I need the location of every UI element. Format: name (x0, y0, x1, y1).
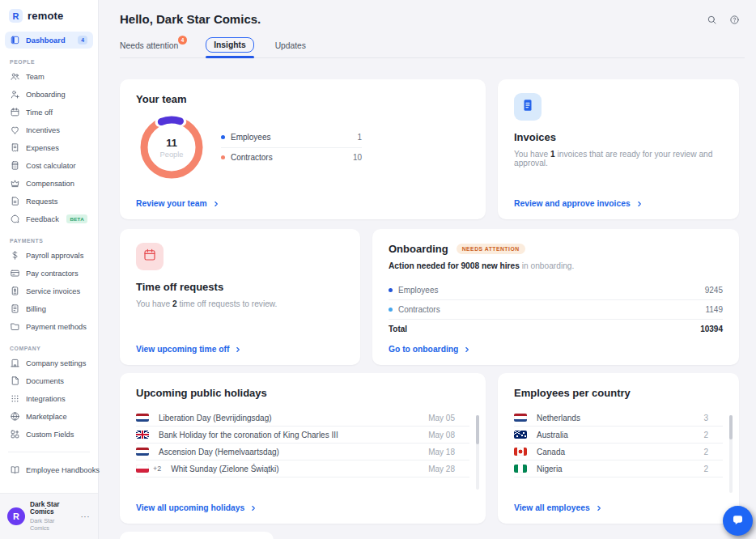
country-row: Nigeria2 (514, 460, 723, 477)
sidebar-item-compensation[interactable]: Compensation (5, 175, 93, 192)
chevron-right-icon (596, 505, 602, 511)
dashboard-count-badge: 4 (78, 36, 87, 45)
sidebar-item-payment-methods[interactable]: Payment methods (5, 318, 93, 335)
sidebar-item-incentives[interactable]: Incentives (5, 121, 93, 138)
team-legend: Employees1Contractors10 (221, 128, 362, 168)
tab-insights[interactable]: Insights (206, 37, 253, 57)
sidebar-item-requests[interactable]: Requests (5, 193, 93, 210)
pl-flag-icon (136, 465, 149, 473)
search-icon[interactable] (707, 14, 717, 24)
row-value: 1149 (705, 305, 723, 314)
view-holidays-link[interactable]: View all upcoming holidays (136, 503, 257, 512)
invoices-card: Invoices You have 1 invoices that are re… (498, 79, 739, 219)
sidebar-item-label: Pay contractors (26, 270, 79, 278)
remote-logo-icon: R (9, 9, 23, 23)
tab-label: Needs attention (120, 41, 178, 50)
legend-value: 10 (353, 153, 362, 162)
sidebar-item-label: Requests (26, 197, 57, 206)
sidebar-item-marketplace[interactable]: Marketplace (5, 408, 93, 425)
documents-icon (10, 376, 20, 386)
sidebar-item-documents[interactable]: Documents (5, 372, 93, 389)
sidebar-section-label: PEOPLE (10, 59, 98, 65)
sidebar-section-label: PAYMENTS (10, 238, 98, 244)
country-count: 2 (703, 465, 723, 473)
onboarding-total-row: Total10394 (389, 320, 723, 338)
holiday-date: May 28 (428, 465, 469, 473)
next-card-peek (120, 532, 274, 539)
sidebar-item-expenses[interactable]: Expenses (5, 139, 93, 156)
invoice-document-icon (514, 93, 542, 121)
sidebar-item-payroll-approvals[interactable]: Payroll approvals (5, 247, 93, 264)
sidebar: R remote Dashboard 4 PEOPLETeamOnboardin… (0, 0, 99, 539)
integrations-icon (10, 393, 20, 404)
payment-methods-icon (10, 321, 20, 332)
holiday-row: +2Whit Sunday (Zielone Świątki)May 28 (136, 460, 469, 477)
feedback-icon (10, 214, 20, 224)
sidebar-item-team[interactable]: Team (5, 68, 93, 85)
contractors-dot (389, 308, 393, 312)
holiday-scrollbar[interactable] (476, 415, 479, 490)
sidebar-item-onboarding[interactable]: Onboarding (5, 86, 93, 103)
holiday-row: Liberation Day (Bevrijdingsdag)May 05 (136, 410, 469, 427)
remote-logo[interactable]: R remote (0, 0, 98, 23)
sidebar-item-company-settings[interactable]: Company settings (5, 354, 93, 371)
sidebar-item-label: Marketplace (26, 413, 67, 421)
country-list: Netherlands3Australia2Canada2Nigeria2 (514, 410, 723, 477)
holiday-row: Bank Holiday for the coronation of King … (136, 427, 469, 444)
chevron-right-icon (636, 201, 643, 207)
sidebar-item-integrations[interactable]: Integrations (5, 390, 93, 407)
sidebar-item-label: Dashboard (26, 36, 66, 45)
sidebar-item-pay-contractors[interactable]: Pay contractors (5, 265, 93, 282)
card-title: Employees per country (514, 387, 723, 399)
payroll-icon (10, 250, 20, 261)
remote-dashboard-page: R remote Dashboard 4 PEOPLETeamOnboardin… (0, 0, 756, 539)
team-donut-chart: 11 People (137, 112, 206, 182)
view-time-off-link[interactable]: View upcoming time off (136, 345, 241, 354)
chat-launcher-button[interactable] (723, 506, 753, 536)
sidebar-item-service-invoices[interactable]: Service invoices (5, 282, 93, 299)
nl-flag-icon (136, 414, 149, 422)
help-icon[interactable] (729, 14, 740, 24)
review-invoices-link[interactable]: Review and approve invoices (514, 199, 643, 208)
sidebar-item-label: Onboarding (26, 91, 66, 99)
sidebar-item-feedback[interactable]: FeedbackBETA (5, 210, 93, 227)
nl-flag-icon (136, 448, 149, 456)
marketplace-icon (10, 411, 20, 422)
brand-name: remote (28, 10, 64, 22)
service-invoices-icon (10, 286, 20, 296)
topbar: Hello, Dark Star Comics. (99, 0, 756, 26)
chevron-right-icon (464, 346, 470, 353)
sidebar-item-label: Company settings (26, 359, 86, 367)
sidebar-item-employee-handbooks[interactable]: Employee Handbooks (5, 461, 93, 478)
sidebar-item-custom-fields[interactable]: Custom Fields (5, 426, 93, 443)
sidebar-item-dashboard[interactable]: Dashboard 4 (5, 32, 93, 49)
sidebar-item-time-off[interactable]: Time off (5, 104, 93, 121)
dashboard-icon (10, 35, 20, 45)
account-subtitle: Dark Star Comics (30, 517, 74, 532)
go-to-onboarding-link[interactable]: Go to onboarding (389, 345, 470, 354)
view-employees-link[interactable]: View all employees (514, 503, 602, 512)
country-name: Canada (537, 448, 565, 456)
contractors-dot (221, 155, 225, 159)
sidebar-item-billing[interactable]: Billing (5, 300, 93, 317)
country-count: 2 (703, 448, 723, 456)
company-avatar: R (7, 507, 25, 525)
sidebar-item-cost-calculator[interactable]: Cost calculator (5, 157, 93, 174)
link-label: View all employees (514, 503, 590, 512)
account-menu-button[interactable]: ··· (79, 511, 92, 523)
requests-icon (10, 196, 20, 206)
country-scrollbar[interactable] (729, 415, 733, 493)
country-row: Australia2 (514, 427, 723, 444)
account-switcher[interactable]: R Dark Star Comics Dark Star Comics ··· (0, 493, 98, 539)
sidebar-item-label: Compensation (26, 180, 74, 188)
tab-needs-attention[interactable]: Needs attention4 (120, 41, 178, 57)
tab-updates[interactable]: Updates (275, 41, 306, 57)
custom-fields-icon (10, 429, 20, 439)
time-off-icon (10, 107, 20, 117)
card-title: Your team (136, 93, 469, 105)
nl-flag-icon (514, 414, 527, 422)
calculator-icon (10, 160, 20, 171)
sidebar-item-label: Incentives (26, 126, 60, 134)
review-team-link[interactable]: Review your team (136, 199, 219, 208)
sidebar-item-label: Employee Handbooks (26, 466, 100, 474)
